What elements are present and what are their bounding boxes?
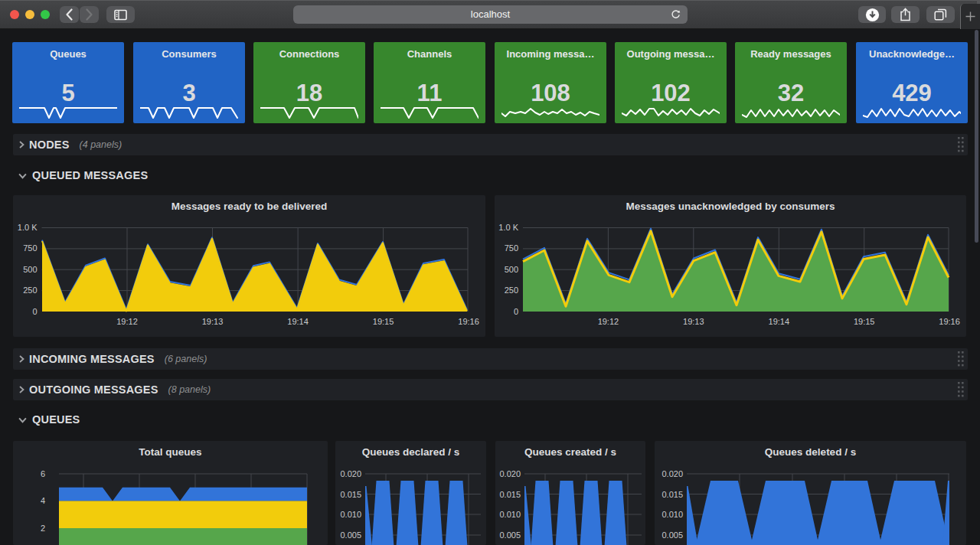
svg-text:0.010: 0.010 <box>499 510 521 519</box>
svg-text:750: 750 <box>505 243 518 253</box>
svg-text:250: 250 <box>505 286 518 295</box>
svg-text:2: 2 <box>41 524 45 533</box>
svg-text:1.0 K: 1.0 K <box>498 223 518 232</box>
svg-text:0.020: 0.020 <box>662 469 683 478</box>
svg-text:0.010: 0.010 <box>662 510 683 519</box>
svg-text:750: 750 <box>23 243 37 253</box>
svg-text:19:16: 19:16 <box>458 317 479 326</box>
svg-text:0.020: 0.020 <box>499 469 521 478</box>
svg-text:4: 4 <box>41 496 45 505</box>
svg-text:0.020: 0.020 <box>340 469 361 478</box>
svg-text:1.0 K: 1.0 K <box>18 223 38 232</box>
svg-text:6: 6 <box>41 469 45 478</box>
svg-text:0.005: 0.005 <box>662 530 683 540</box>
svg-text:19:13: 19:13 <box>202 317 224 326</box>
svg-text:0.005: 0.005 <box>340 530 361 540</box>
svg-text:19:14: 19:14 <box>769 317 790 326</box>
svg-text:0: 0 <box>32 307 37 316</box>
svg-text:0.010: 0.010 <box>340 510 361 519</box>
svg-text:19:15: 19:15 <box>373 317 394 326</box>
svg-text:19:12: 19:12 <box>598 317 619 326</box>
svg-text:0.015: 0.015 <box>340 490 361 499</box>
svg-text:19:13: 19:13 <box>683 317 704 326</box>
svg-text:500: 500 <box>23 265 37 274</box>
svg-text:0.005: 0.005 <box>499 530 521 540</box>
svg-text:19:12: 19:12 <box>116 317 138 326</box>
svg-text:0.015: 0.015 <box>662 490 683 499</box>
svg-text:19:15: 19:15 <box>854 317 875 326</box>
svg-text:500: 500 <box>505 265 518 274</box>
svg-text:250: 250 <box>23 286 37 295</box>
svg-text:0.015: 0.015 <box>499 490 521 499</box>
svg-text:19:14: 19:14 <box>287 317 309 326</box>
svg-text:0: 0 <box>514 307 518 316</box>
svg-text:19:16: 19:16 <box>939 317 960 326</box>
